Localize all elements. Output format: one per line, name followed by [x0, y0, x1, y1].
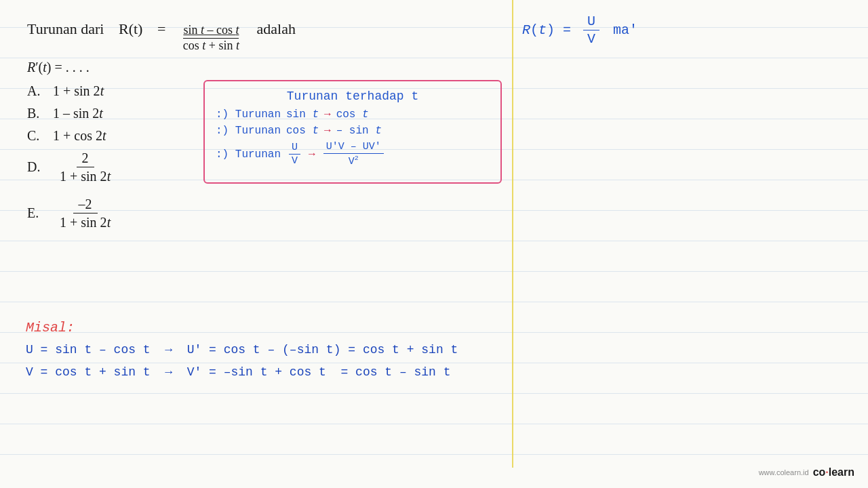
fraction-numerator: sin t – cos t — [183, 24, 239, 39]
option-a-expr: 1 + sin 2t — [53, 83, 104, 99]
hint-item-cost: :) Turunan cos t → – sin t — [216, 125, 490, 137]
hint-sint-from: sin t — [286, 108, 319, 121]
option-e-denominator: 1 + sin 2t — [54, 214, 116, 230]
misal-v-equation: V = cos t + sin t → V′ = –sin t + cos t … — [26, 363, 458, 382]
hint-cost-to: – sin t — [336, 125, 382, 137]
option-b-expr: 1 – sin 2t — [53, 106, 103, 121]
option-e-label: E. — [27, 205, 53, 221]
derivative-notation: R′(t) = . . . . — [27, 60, 841, 75]
page: Turunan dari R(t) = sin t – cos t cos t … — [0, 0, 868, 488]
option-b-label: B. — [27, 106, 53, 121]
option-c-expr: 1 + cos 2t — [53, 128, 106, 144]
option-a-label: A. — [27, 83, 53, 99]
option-e: E. –2 1 + sin 2t — [27, 197, 841, 230]
rhs-annotation: R(t) = U V ma' — [522, 14, 637, 47]
hint-cost-arrow: → — [324, 125, 331, 137]
hint-uv-fraction: U V — [289, 142, 300, 167]
misal-u-equation: U = sin t – cos t → U′ = cos t – (–sin t… — [26, 341, 458, 359]
adalah-text: adalah — [257, 20, 296, 38]
hint-item-sint: :) Turunan sin t → cos t — [216, 108, 490, 121]
equals-sign: = — [157, 20, 165, 38]
option-d-numerator: 2 — [77, 150, 94, 167]
hint-title: Turunan terhadap t — [216, 89, 490, 103]
colearn-brand: co·learn — [813, 466, 854, 479]
colearn-url: www.colearn.id — [759, 468, 809, 476]
rhs-v: V — [583, 30, 599, 47]
colearn-co: co — [813, 466, 826, 478]
hint-item-uv: :) Turunan U V → U′V – UV′ V2 — [216, 141, 490, 167]
hint-uv-result-bot: V2 — [346, 154, 361, 167]
option-d-denominator: 1 + sin 2t — [54, 167, 116, 184]
rhs-mais: ma' — [613, 22, 637, 38]
option-e-numerator: –2 — [73, 197, 98, 214]
hint-uv-bot: V — [289, 155, 300, 167]
colearn-logo: www.colearn.id co·learn — [759, 466, 854, 479]
hint-uv-result: U′V – UV′ V2 — [323, 141, 384, 167]
hint-uv-arrow: → — [309, 148, 315, 161]
hint-uv-prefix: :) Turunan — [216, 148, 281, 161]
hint-box: Turunan terhadap t :) Turunan sin t → co… — [203, 80, 502, 184]
option-e-fraction: –2 1 + sin 2t — [54, 197, 116, 230]
hint-sint-prefix: :) Turunan — [216, 108, 281, 121]
misal-section: Misal: U = sin t – cos t → U′ = cos t – … — [26, 320, 458, 386]
misal-label: Misal: — [26, 320, 458, 336]
rt-symbol: R(t) — [119, 20, 142, 38]
main-fraction: sin t – cos t cos t + sin t — [183, 24, 239, 53]
rhs-u: U — [583, 14, 599, 30]
option-d-fraction: 2 1 + sin 2t — [54, 150, 116, 184]
option-d-label: D. — [27, 159, 53, 175]
problem-title: Turunan dari R(t) = sin t – cos t cos t … — [27, 20, 841, 53]
hint-cost-from: cos t — [286, 125, 319, 137]
option-c-label: C. — [27, 128, 53, 144]
hint-cost-prefix: :) Turunan — [216, 125, 281, 137]
rhs-fraction-uv: U V — [583, 14, 599, 47]
turunan-prefix: Turunan dari — [27, 20, 104, 38]
hint-sint-arrow: → — [324, 108, 331, 121]
hint-uv-result-top: U′V – UV′ — [323, 141, 384, 154]
rhs-rt: R(t) = — [522, 22, 571, 38]
fraction-denominator: cos t + sin t — [183, 39, 239, 53]
colearn-learn: learn — [829, 466, 854, 478]
hint-sint-to: cos t — [336, 108, 369, 121]
hint-uv-top: U — [289, 142, 300, 155]
